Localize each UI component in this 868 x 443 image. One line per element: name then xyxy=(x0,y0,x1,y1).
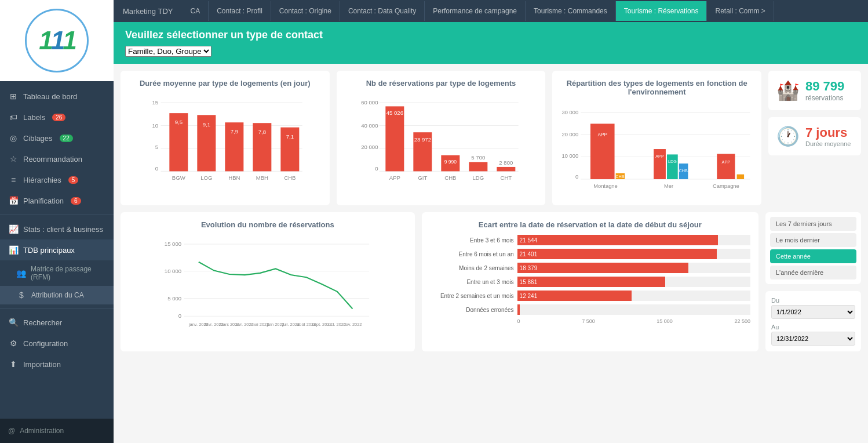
sidebar-item-label: Hiérarchies xyxy=(23,176,61,184)
sidebar-item-rechercher[interactable]: 🔍 Rechercher xyxy=(0,312,114,333)
tab-tourisme-reservations[interactable]: Tourisme : Réservations xyxy=(616,1,707,21)
bar-chb-label: 7,1 xyxy=(286,133,294,140)
tab-ca[interactable]: CA xyxy=(182,1,209,21)
chart2-svg: 60 000 40 000 20 000 0 45 026 APP xyxy=(345,93,538,186)
chart4-title: Evolution du nombre de réservations xyxy=(129,220,407,229)
sidebar-item-attribution-ca[interactable]: $ Attribution du CA xyxy=(0,286,114,304)
hbar-wrap-6 xyxy=(517,304,750,315)
bar2-chb-xlabel: CHB xyxy=(444,175,456,181)
tab-contact-origine[interactable]: Contact : Origine xyxy=(271,1,340,21)
content-area: Veuillez sélectionner un type de contact… xyxy=(114,22,868,443)
hbar-row-3: Moins de 2 semaines 18 379 xyxy=(430,263,750,273)
gear-icon: ⚙ xyxy=(8,339,19,348)
bar2-git-label: 23 972 xyxy=(414,136,431,143)
search-icon: 🔍 xyxy=(8,318,19,327)
chart2-y-zero: 0 xyxy=(375,165,378,172)
grid-icon: ⊞ xyxy=(8,92,19,101)
bar-hbn-label: 7,9 xyxy=(231,128,238,135)
sidebar-item-configuration[interactable]: ⚙ Configuration xyxy=(0,333,114,354)
planification-badge: 6 xyxy=(71,197,81,205)
sidebar-item-importation[interactable]: ⬆ Importation xyxy=(0,354,114,375)
bar2-ldg-label: 5 700 xyxy=(471,154,485,161)
reservations-stat-info: 89 799 réservations xyxy=(805,79,844,102)
sidebar-item-hierarchies[interactable]: ≡ Hiérarchies 5 xyxy=(0,169,114,190)
x-label-3: 22 500 xyxy=(734,318,750,324)
sidebar-item-recommandation[interactable]: ☆ Recommandation xyxy=(0,148,114,169)
sidebar-item-planification[interactable]: 📅 Planification 6 xyxy=(0,190,114,211)
hbar-wrap-2: 21 401 xyxy=(517,249,750,259)
sidebar-item-ciblages[interactable]: ◎ Ciblages 22 xyxy=(0,128,114,148)
star-icon: ☆ xyxy=(8,154,19,164)
hbar-val-1: 21 544 xyxy=(517,237,538,244)
contact-type-filter[interactable]: Famille, Duo, Groupe xyxy=(125,46,211,57)
chart4-y-max: 15 000 xyxy=(165,241,181,247)
nav-separator-2 xyxy=(0,308,114,308)
tab-contact-data-quality[interactable]: Contact : Data Quality xyxy=(340,1,425,21)
chart1-y-low: 5 xyxy=(155,144,158,150)
sidebar-item-matrice-passage[interactable]: 👥 Matrice de passage (RFM) xyxy=(0,260,114,286)
sidebar-item-label: Stats : client & business xyxy=(23,225,103,234)
chart1-y-max: 15 xyxy=(152,99,158,106)
ciblages-badge: 22 xyxy=(60,135,73,142)
dollar-icon: $ xyxy=(16,291,27,300)
top-navigation: Marketing TDY CA Contact : Profil Contac… xyxy=(114,0,868,22)
sidebar-item-tdb-principaux[interactable]: 📊 TDB principaux xyxy=(0,239,114,260)
sidebar-item-tableau-de-bord[interactable]: ⊞ Tableau de bord xyxy=(0,86,114,107)
chart4-y-zero: 0 xyxy=(178,313,181,319)
tab-performance-campagne[interactable]: Performance de campagne xyxy=(425,1,526,21)
chart-nb-reservations: Nb de réservations par type de logements… xyxy=(337,71,546,205)
clock-icon: 🕐 xyxy=(776,125,800,147)
dashboard: Durée moyenne par type de logements (en … xyxy=(114,64,868,358)
chart5-title: Ecart entre la date de réservation et la… xyxy=(430,220,750,229)
sidebar-item-label: Rechercher xyxy=(23,318,62,327)
hbar-label-2: Entre 6 mois et un an xyxy=(430,251,514,257)
sidebar-navigation: ⊞ Tableau de bord 🏷 Labels 26 ◎ Ciblages… xyxy=(0,81,114,419)
hbar-row-4: Entre un et 3 mois 15 861 xyxy=(430,277,750,287)
hbar-label-4: Entre un et 3 mois xyxy=(430,279,514,285)
main-content: Marketing TDY CA Contact : Profil Contac… xyxy=(114,0,868,443)
tab-retail-comm[interactable]: Retail : Comm > xyxy=(707,1,774,21)
upload-icon: ⬆ xyxy=(8,360,19,369)
x-nov: nov. 2022 xyxy=(343,322,362,327)
bar2-ldg xyxy=(469,162,487,171)
hierarchies-badge: 5 xyxy=(68,176,79,184)
sidebar-item-labels[interactable]: 🏷 Labels 26 xyxy=(0,107,114,128)
castle-icon: 🏰 xyxy=(776,79,800,101)
date-range-panel: Du 1/1/2022 Au 12/31/2022 xyxy=(765,291,861,351)
bar2-cht-xlabel: CHT xyxy=(500,175,512,181)
bar-mbh-label: 7,8 xyxy=(258,129,266,135)
period-btn-cette-annee[interactable]: Cette année xyxy=(770,249,856,263)
chart2-y-max: 60 000 xyxy=(361,99,378,106)
reservations-stat-card: 🏰 89 799 réservations xyxy=(768,71,861,110)
period-btn-mois-dernier[interactable]: Le mois dernier xyxy=(770,233,856,247)
date-from-select[interactable]: 1/1/2022 xyxy=(771,305,855,319)
sidebar-item-stats[interactable]: 📈 Stats : client & business xyxy=(0,219,114,239)
bar2-chb-label: 9 990 xyxy=(444,159,457,165)
bar-chb-xlabel: CHB xyxy=(284,175,296,181)
period-btn-annee-derniere[interactable]: L'année dernière xyxy=(770,266,856,279)
date-to-select[interactable]: 12/31/2022 xyxy=(771,332,855,346)
chart2-title: Nb de réservations par type de logements xyxy=(345,79,538,88)
chart4-y-mid1: 5 000 xyxy=(167,295,181,302)
hbar-val-3: 18 379 xyxy=(517,265,538,271)
sidebar-sub-item-label: Matrice de passage (RFM) xyxy=(31,265,105,281)
chart-evolution: Evolution du nombre de réservations 15 0… xyxy=(121,212,415,351)
reservations-count: 89 799 xyxy=(805,79,844,94)
sidebar-item-label: Configuration xyxy=(23,339,68,348)
date-from-label: Du xyxy=(771,297,855,304)
hbar-wrap-3: 18 379 xyxy=(517,263,750,273)
nav-separator xyxy=(0,215,114,215)
hbar-label-1: Entre 3 et 6 mois xyxy=(430,237,514,244)
chart2-y-mid2: 40 000 xyxy=(361,122,378,129)
hbar-val-4: 15 861 xyxy=(517,279,538,285)
app-name: Marketing TDY xyxy=(114,7,182,16)
bar-log-label: 9,1 xyxy=(203,121,210,128)
right-panel: 🏰 89 799 réservations 🕐 7 jours Durée mo… xyxy=(768,71,861,205)
tab-tourisme-commandes[interactable]: Tourisme : Commandes xyxy=(526,1,616,21)
x-jun: juin 2022 xyxy=(267,322,285,327)
tab-contact-profil[interactable]: Contact : Profil xyxy=(209,1,271,21)
hbar-bar-5: 12 241 xyxy=(517,291,632,301)
env-campagne-app-label: APP xyxy=(722,159,731,165)
period-btn-7jours[interactable]: Les 7 derniers jours xyxy=(770,217,856,231)
chart1-svg: 15 10 5 0 9,5 BGW xyxy=(129,93,322,186)
